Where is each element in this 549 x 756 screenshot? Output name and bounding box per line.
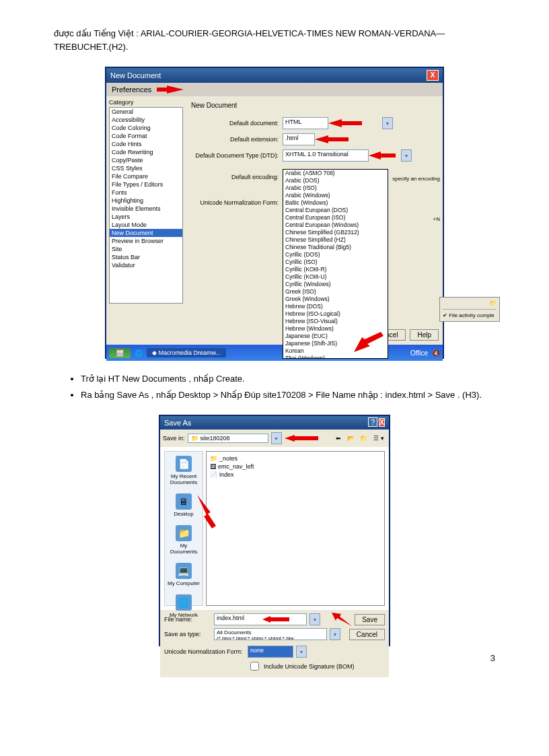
unicode-norm-label: Unicode Normalization Form: [191, 199, 283, 206]
encoding-item[interactable]: Cyrillic (DOS) [283, 251, 388, 259]
category-item[interactable]: Accessibility [110, 116, 182, 124]
category-panel: Category GeneralAccessibilityCode Colori… [106, 96, 186, 325]
unicode-norm-input[interactable]: none [248, 646, 293, 658]
dropdown-icon[interactable]: ▼ [296, 646, 307, 658]
category-item[interactable]: Code Format [110, 132, 182, 140]
encoding-item[interactable]: Central European (ISO) [283, 214, 388, 221]
encoding-item[interactable]: Greek (ISO) [283, 288, 388, 296]
panel-title: New Document [191, 102, 437, 109]
file-list[interactable]: 📁_notes🖼emc_nav_left📄index [206, 451, 385, 606]
category-item[interactable]: Code Hints [110, 140, 182, 148]
category-item[interactable]: Validator [110, 261, 182, 269]
bom-checkbox[interactable] [250, 662, 259, 671]
place-item[interactable]: 📄My Recent Documents [165, 452, 203, 489]
category-item[interactable]: File Types / Editors [110, 180, 182, 188]
inner-titlebar: New Document X [106, 68, 443, 83]
svg-marker-7 [262, 616, 289, 623]
encoding-item[interactable]: Chinese Simplified (HZ) [283, 236, 388, 244]
encoding-item[interactable]: Cyrillic (ISO) [283, 259, 388, 266]
close-icon[interactable]: X [379, 418, 385, 427]
encoding-item[interactable]: Chinese Simplified (GB2312) [283, 229, 388, 236]
red-arrow-icon [262, 616, 289, 623]
saveas-title: Save As [164, 419, 191, 427]
category-item[interactable]: New Document [110, 229, 182, 237]
default-enc-label: Default encoding: [191, 174, 283, 180]
savein-dropdown[interactable]: 📁site180208 [188, 434, 268, 443]
file-item[interactable]: 📄index [209, 471, 381, 479]
filename-input[interactable]: index.html [214, 613, 307, 625]
place-item[interactable]: 🖥Desktop [172, 489, 194, 521]
dropdown-icon[interactable]: ▼ [309, 613, 320, 625]
savein-row: Save in: 📁site180208 ▼ ⬅ 📂 📁 ☰▾ [160, 429, 389, 447]
start-button[interactable]: 🪟 [109, 348, 131, 358]
category-item[interactable]: Highlighting [110, 197, 182, 205]
encoding-item[interactable]: Arabic (ASMO 708) [283, 170, 388, 177]
encoding-item[interactable]: Central European (Windows) [283, 221, 388, 229]
savetype-input[interactable]: All Documents (*.htm;*.html;*.shtm;*.sht… [214, 628, 327, 640]
svg-marker-6 [197, 495, 216, 528]
dropdown-icon[interactable]: ▼ [271, 432, 282, 444]
help-button[interactable]: Help [410, 329, 439, 341]
encoding-item[interactable]: Greek (Windows) [283, 296, 388, 303]
encoding-dropdown[interactable]: Arabic (ASMO 708)Arabic (DOS)Arabic (ISO… [283, 169, 388, 359]
category-item[interactable]: Preview in Browser [110, 237, 182, 245]
red-arrow-icon [197, 495, 217, 528]
svg-marker-5 [285, 435, 318, 442]
category-item[interactable]: Layers [110, 213, 182, 221]
encoding-item[interactable]: Hebrew (ISO-Visual) [283, 318, 388, 325]
file-item[interactable]: 🖼emc_nav_left [209, 462, 381, 471]
dropdown-icon[interactable]: ▼ [401, 149, 412, 162]
encoding-item[interactable]: Arabic (Windows) [283, 192, 388, 199]
places-bar: 📄My Recent Documents🖥Desktop📁My Document… [164, 451, 203, 606]
category-item[interactable]: Copy/Paste [110, 156, 182, 164]
intro-text: được dấu Tiếng Việt : ARIAL-COURIER-GEOR… [54, 27, 495, 53]
dropdown-icon[interactable]: ▼ [330, 628, 340, 640]
place-item[interactable]: 💻My Computer [166, 559, 201, 590]
save-button[interactable]: Save [355, 614, 385, 625]
quick-launch[interactable]: 🌐 [135, 349, 143, 357]
list-item: Trở lại HT New Documents , nhấp Create. [81, 372, 495, 386]
encoding-item[interactable]: Cyrillic (Windows) [283, 281, 388, 288]
category-item[interactable]: Code Coloring [110, 124, 182, 132]
close-icon[interactable]: X [427, 70, 439, 81]
encoding-item[interactable]: Cyrillic (KOI8-U) [283, 273, 388, 281]
encoding-item[interactable]: Thai (Windows) [283, 355, 388, 359]
dropdown-icon[interactable]: ▼ [382, 117, 393, 129]
encoding-item[interactable]: Hebrew (DOS) [283, 303, 388, 310]
file-activity-panel: 📁 ✔ File activity comple [439, 297, 500, 322]
tray-icon[interactable]: 🔇 [432, 349, 440, 357]
help-icon[interactable]: ? [368, 417, 377, 427]
category-item[interactable]: Code Rewriting [110, 148, 182, 156]
encoding-item[interactable]: Central European (DOS) [283, 207, 388, 214]
category-item[interactable]: Fonts [110, 188, 182, 197]
encoding-item[interactable]: Arabic (DOS) [283, 177, 388, 184]
category-item[interactable]: Status Bar [110, 253, 182, 261]
file-item[interactable]: 📁_notes [209, 454, 381, 462]
savetype-label: Save as type: [164, 631, 211, 638]
encoding-item[interactable]: Arabic (ISO) [283, 184, 388, 192]
category-item[interactable]: File Compare [110, 172, 182, 180]
category-item[interactable]: CSS Styles [110, 164, 182, 172]
toolbar-icons[interactable]: ⬅ 📂 📁 ☰▾ [336, 435, 386, 442]
taskbar-item[interactable]: ◆ Macromedia Dreamw... [147, 348, 226, 357]
window-title: New Document [110, 71, 161, 79]
cancel-button[interactable]: Cancel [349, 629, 385, 640]
default-ext-input[interactable]: .html [283, 133, 315, 145]
encoding-item[interactable]: Cyrillic (KOI8-R) [283, 266, 388, 273]
category-item[interactable]: Site [110, 245, 182, 253]
list-item: Ra bảng Save As , nhấp Desktop > Nhấp Đú… [81, 388, 495, 402]
filename-label: File name: [164, 616, 211, 623]
default-dtd-input[interactable]: XHTML 1.0 Transitional [283, 149, 369, 162]
category-item[interactable]: Layout Mode [110, 221, 182, 229]
default-dtd-label: Default Document Type (DTD): [191, 152, 283, 159]
encoding-item[interactable]: Hebrew (ISO-Logical) [283, 310, 388, 318]
default-doc-input[interactable]: HTML [283, 117, 328, 129]
encoding-item[interactable]: Chinese Traditional (Big5) [283, 244, 388, 251]
category-item[interactable]: Invisible Elements [110, 205, 182, 213]
saveas-bottom: File name: index.html▼ Save Save as type… [160, 610, 389, 677]
category-item[interactable]: General [110, 108, 182, 116]
encoding-item[interactable]: Baltic (Windows) [283, 199, 388, 207]
svg-marker-0 [157, 85, 184, 94]
saveas-screenshot: Save As ?X Save in: 📁site180208 ▼ ⬅ 📂 📁 … [159, 415, 390, 646]
category-list[interactable]: GeneralAccessibilityCode ColoringCode Fo… [109, 107, 183, 304]
